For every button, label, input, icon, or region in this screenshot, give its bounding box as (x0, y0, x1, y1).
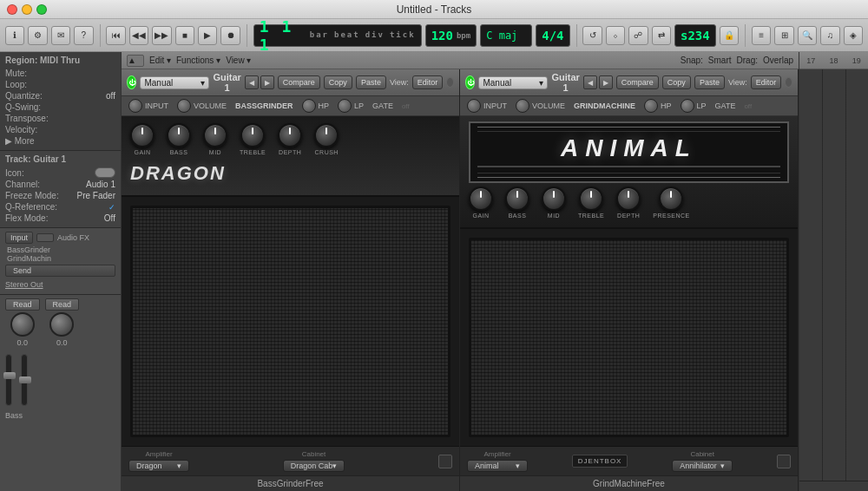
more-row[interactable]: ▶ More (5, 135, 115, 147)
window-controls[interactable] (7, 4, 47, 15)
depth-knob-2[interactable] (616, 187, 641, 211)
read-button-2[interactable]: Read (45, 298, 80, 311)
panel2-link-btn[interactable] (785, 77, 792, 88)
mid-knob-2[interactable] (542, 187, 566, 211)
panel2-amp-select[interactable]: Animal ▾ (467, 460, 528, 472)
more-label[interactable]: ▶ More (5, 136, 35, 146)
volume-knob-mini-1[interactable] (177, 99, 191, 113)
close-button[interactable] (7, 4, 17, 15)
functions-menu[interactable]: Functions ▾ (176, 56, 220, 65)
panel2-prev[interactable]: ◀ (583, 75, 597, 89)
input-button[interactable]: Input (5, 232, 33, 244)
drag-value[interactable]: Overlap (763, 56, 793, 65)
icon-toggle[interactable] (95, 167, 115, 178)
time-signature[interactable]: 4/4 (536, 24, 569, 47)
hp-knob-1[interactable] (302, 99, 316, 113)
timeline-scroll[interactable] (799, 481, 868, 491)
stereo-out[interactable]: Stereo Out (5, 278, 115, 291)
list-button[interactable]: ≡ (752, 26, 771, 45)
io-toggle[interactable] (36, 233, 54, 242)
panel1-power-button[interactable]: ⏻ (127, 75, 136, 89)
help-button[interactable]: ? (74, 26, 93, 45)
panel2-scroll-btn[interactable] (777, 455, 791, 468)
stop-button[interactable]: ■ (175, 26, 194, 45)
gain-knob-2[interactable] (469, 187, 493, 211)
panel1-preset-select[interactable]: Manual ▾ (140, 76, 209, 89)
bass-knob-2[interactable] (505, 187, 529, 211)
panel2-compare[interactable]: Compare (616, 75, 659, 89)
nav-up[interactable]: ▲ (127, 55, 144, 67)
maximize-button[interactable] (36, 4, 47, 15)
lp-knob-1[interactable] (338, 99, 352, 113)
play-button[interactable]: ▶ (198, 26, 217, 45)
bass-knob-1[interactable] (167, 123, 191, 147)
gain-knob-1[interactable] (130, 123, 155, 147)
rewind-button[interactable]: ⏮ (106, 26, 125, 45)
info-button[interactable]: ℹ (5, 26, 24, 45)
panel1-knobs-row: GAIN BASS MID (130, 123, 450, 155)
key-display[interactable]: C maj (480, 24, 532, 47)
fader-track-1[interactable] (5, 354, 12, 406)
input-knob-1[interactable] (128, 99, 142, 113)
timeline-ruler[interactable] (799, 69, 868, 481)
lock-button[interactable]: 🔒 (720, 26, 739, 45)
lcd-display[interactable]: s234 (674, 24, 716, 47)
sync-button[interactable]: ⇄ (652, 26, 671, 45)
panel1-scroll-btn[interactable] (438, 455, 452, 468)
edit-menu[interactable]: Edit ▾ (149, 56, 171, 65)
snap-value[interactable]: Smart (708, 56, 732, 65)
punch-button[interactable]: ⬦ (606, 26, 625, 45)
panel1-link-btn[interactable] (446, 77, 454, 88)
panel2-power-button[interactable]: ⏻ (465, 75, 475, 89)
lib-button[interactable]: ♫ (820, 26, 839, 45)
crush-knob-1[interactable] (314, 123, 339, 147)
panel1-view-btn[interactable]: Editor (412, 75, 444, 89)
depth-knob-1[interactable] (278, 123, 302, 147)
panel2-paste[interactable]: Paste (694, 75, 725, 89)
hp-knob-2[interactable] (644, 99, 658, 113)
panel1-compare[interactable]: Compare (278, 75, 320, 89)
panel2-cab-select[interactable]: Annihilator ▾ (672, 460, 733, 472)
fader-thumb-2[interactable] (19, 376, 31, 383)
record-button[interactable]: ⏺ (220, 26, 240, 45)
smart-button[interactable]: ◈ (844, 26, 863, 45)
volume-knob-1[interactable] (10, 312, 35, 337)
panel2-view-btn[interactable]: Editor (751, 75, 782, 89)
input-knob-2[interactable] (467, 99, 481, 113)
back-button[interactable]: ◀◀ (129, 26, 148, 45)
panel2-copy[interactable]: Copy (662, 75, 691, 89)
send-button[interactable]: Send (5, 265, 115, 277)
mail-button[interactable]: ✉ (51, 26, 70, 45)
volume-knob-mini-2[interactable] (516, 99, 529, 113)
read-button-1[interactable]: Read (5, 298, 40, 311)
view-menu[interactable]: View ▾ (226, 56, 251, 65)
fader-track-2[interactable] (21, 354, 28, 406)
panel1-cab-select[interactable]: Dragon Cab ▾ (283, 460, 345, 472)
loop-button[interactable]: ↺ (582, 26, 602, 45)
click-button[interactable]: ☍ (628, 26, 648, 45)
treble-knob-1[interactable] (240, 123, 265, 147)
presence-knob-2[interactable] (659, 187, 683, 211)
panel2-input-label: INPUT (483, 101, 507, 110)
read-col-1: Read 0.0 (5, 298, 40, 347)
bpm-display[interactable]: 120 bpm (425, 24, 477, 47)
treble-knob-2[interactable] (579, 187, 603, 211)
forward-button[interactable]: ▶▶ (152, 26, 171, 45)
transport-display[interactable]: 1 1 1 bar beat div tick (253, 24, 422, 47)
panel2-next[interactable]: ▶ (599, 75, 613, 89)
lp-knob-2[interactable] (681, 99, 694, 113)
fader-thumb-1[interactable] (3, 372, 16, 379)
mid-knob-1[interactable] (203, 123, 227, 147)
panel1-copy[interactable]: Copy (324, 75, 352, 89)
panel1-paste[interactable]: Paste (356, 75, 386, 89)
audio-fx-label[interactable]: Audio FX (57, 233, 89, 242)
settings-button[interactable]: ⚙ (28, 26, 47, 45)
panel1-amp-select[interactable]: Dragon ▾ (128, 460, 189, 472)
panel1-next[interactable]: ▶ (260, 75, 274, 89)
volume-knob-2[interactable] (49, 312, 74, 337)
minimize-button[interactable] (22, 4, 32, 15)
grid-button[interactable]: ⊞ (774, 26, 793, 45)
panel2-preset-select[interactable]: Manual ▾ (478, 76, 548, 89)
panel1-prev[interactable]: ◀ (245, 75, 259, 89)
search-button[interactable]: 🔍 (798, 26, 817, 45)
